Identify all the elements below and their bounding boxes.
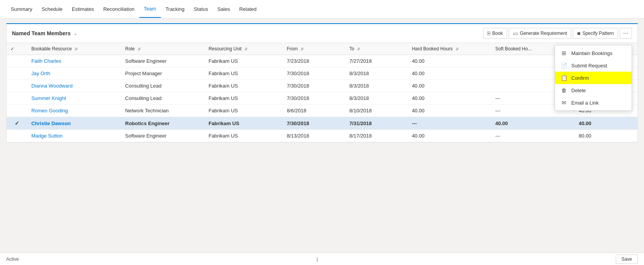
row-hard-0: 40.00 bbox=[408, 55, 492, 67]
resource-link-6[interactable]: Madge Sutton bbox=[31, 133, 63, 139]
resource-link-0[interactable]: Faith Charles bbox=[31, 58, 61, 64]
row-role-3: Consulting Lead bbox=[121, 92, 205, 105]
more-wrapper: ⋯ ⊞Maintain Bookings📄Submit Request📋Conf… bbox=[620, 28, 632, 39]
table-row[interactable]: Faith CharlesSoftware EngineerFabrikam U… bbox=[7, 55, 637, 67]
menu-item-maintain-bookings[interactable]: ⊞Maintain Bookings bbox=[555, 47, 632, 59]
row-hard-5: --- bbox=[408, 117, 492, 130]
select-all-header[interactable]: ✓ bbox=[7, 43, 27, 55]
menu-item-confirm[interactable]: 📋Confirm bbox=[555, 72, 632, 84]
chevron-down-icon[interactable]: ⌄ bbox=[73, 31, 77, 36]
menu-item-label-3: Delete bbox=[571, 88, 586, 93]
th-hard-booked-hours: Hard Booked Hours ⇵ bbox=[408, 43, 492, 55]
resource-link-5[interactable]: Christie Dawson bbox=[31, 120, 71, 126]
table-row[interactable]: Jay OrthProject ManagerFabrikam US7/30/2… bbox=[7, 67, 637, 80]
row-unit-6: Fabrikam US bbox=[205, 130, 283, 142]
resource-link-4[interactable]: Romeo Gooding bbox=[31, 108, 68, 114]
menu-item-label-2: Confirm bbox=[571, 75, 589, 81]
row-role-5: Robotics Engineer bbox=[121, 117, 205, 130]
row-resource-1: Jay Orth bbox=[27, 67, 121, 80]
nav-item-tracking[interactable]: Tracking bbox=[161, 1, 189, 17]
menu-icon-0: ⊞ bbox=[560, 50, 567, 56]
row-soft-6: --- bbox=[492, 130, 575, 142]
row-unit-2: Fabrikam US bbox=[205, 80, 283, 92]
row-from-5: 7/30/2018 bbox=[283, 117, 345, 130]
nav-item-summary[interactable]: Summary bbox=[6, 1, 37, 17]
table-body: Faith CharlesSoftware EngineerFabrikam U… bbox=[7, 55, 637, 142]
specify-pattern-button[interactable]: ■ Specify Pattern bbox=[573, 28, 618, 39]
row-hard-2: 40.00 bbox=[408, 80, 492, 92]
row-role-0: Software Engineer bbox=[121, 55, 205, 67]
nav-item-related[interactable]: Related bbox=[234, 1, 261, 17]
table-row[interactable]: Summer KnightConsulting LeadFabrikam US7… bbox=[7, 92, 637, 105]
top-navigation: SummaryScheduleEstimatesReconciliationTe… bbox=[0, 0, 644, 19]
menu-item-label-1: Submit Request bbox=[571, 63, 607, 69]
row-check-4[interactable] bbox=[7, 105, 27, 117]
menu-icon-1: 📄 bbox=[560, 62, 567, 69]
check-mark: ✓ bbox=[15, 120, 19, 126]
table-row[interactable]: Romeo GoodingNetwork TechnicianFabrikam … bbox=[7, 105, 637, 117]
menu-icon-2: 📋 bbox=[560, 75, 567, 81]
menu-item-delete[interactable]: 🗑Delete bbox=[555, 84, 632, 96]
row-hard-3: 40.00 bbox=[408, 92, 492, 105]
nav-item-status[interactable]: Status bbox=[189, 1, 213, 17]
nav-item-sales[interactable]: Sales bbox=[213, 1, 235, 17]
sort-hard-icon[interactable]: ⇵ bbox=[456, 47, 459, 51]
menu-item-label-0: Maintain Bookings bbox=[571, 50, 612, 56]
row-soft-5: 40.00 bbox=[492, 117, 575, 130]
row-role-2: Consulting Lead bbox=[121, 80, 205, 92]
row-extra-6: 80.00 bbox=[575, 130, 637, 142]
book-icon: ⎘ bbox=[487, 30, 490, 36]
row-hard-4: 40.00 bbox=[408, 105, 492, 117]
row-check-0[interactable] bbox=[7, 55, 27, 67]
row-resource-4: Romeo Gooding bbox=[27, 105, 121, 117]
row-to-4: 8/10/2018 bbox=[345, 105, 408, 117]
resource-link-2[interactable]: Dianna Woodward bbox=[31, 83, 73, 89]
row-role-6: Software Engineer bbox=[121, 130, 205, 142]
row-check-3[interactable] bbox=[7, 92, 27, 105]
sort-role-icon[interactable]: ⇵ bbox=[138, 47, 141, 51]
save-button[interactable]: Save bbox=[616, 255, 638, 264]
book-button[interactable]: ⎘ Book bbox=[483, 28, 507, 39]
sort-unit-icon[interactable]: ⇵ bbox=[244, 47, 248, 51]
menu-item-email-a-link[interactable]: ✉Email a Link bbox=[555, 96, 632, 109]
header-row: ✓ Bookable Resource ⇵ Role ⇵ Resourcing … bbox=[7, 43, 637, 55]
row-extra-5: 40.00 bbox=[575, 117, 637, 130]
row-check-2[interactable] bbox=[7, 80, 27, 92]
select-all-checkbox[interactable]: ✓ bbox=[10, 46, 14, 52]
resource-link-1[interactable]: Jay Orth bbox=[31, 71, 50, 76]
th-role: Role ⇵ bbox=[121, 43, 205, 55]
row-resource-3: Summer Knight bbox=[27, 92, 121, 105]
footer: Active | Save bbox=[0, 253, 644, 265]
row-resource-5: Christie Dawson bbox=[27, 117, 121, 130]
row-role-1: Project Manager bbox=[121, 67, 205, 80]
row-unit-0: Fabrikam US bbox=[205, 55, 283, 67]
sort-to-icon[interactable]: ⇵ bbox=[357, 47, 360, 51]
row-resource-0: Faith Charles bbox=[27, 55, 121, 67]
table-row[interactable]: ✓Christie DawsonRobotics EngineerFabrika… bbox=[7, 117, 637, 130]
nav-item-schedule[interactable]: Schedule bbox=[37, 1, 67, 17]
menu-item-submit-request[interactable]: 📄Submit Request bbox=[555, 59, 632, 72]
generate-requirement-button[interactable]: ▭ Generate Requirement bbox=[509, 28, 571, 39]
sort-from-icon[interactable]: ⇵ bbox=[301, 47, 304, 51]
row-check-6[interactable] bbox=[7, 130, 27, 142]
row-check-5[interactable]: ✓ bbox=[7, 117, 27, 130]
nav-item-estimates[interactable]: Estimates bbox=[67, 1, 99, 17]
team-members-table: ✓ Bookable Resource ⇵ Role ⇵ Resourcing … bbox=[7, 43, 637, 142]
table-wrapper: ✓ Bookable Resource ⇵ Role ⇵ Resourcing … bbox=[7, 43, 637, 142]
row-role-4: Network Technician bbox=[121, 105, 205, 117]
row-from-3: 7/30/2018 bbox=[283, 92, 345, 105]
row-check-1[interactable] bbox=[7, 67, 27, 80]
named-team-members-panel: Named Team Members ⌄ ⎘ Book ▭ Generate R… bbox=[6, 23, 638, 143]
table-row[interactable]: Dianna WoodwardConsulting LeadFabrikam U… bbox=[7, 80, 637, 92]
nav-item-reconciliation[interactable]: Reconciliation bbox=[99, 1, 139, 17]
row-unit-4: Fabrikam US bbox=[205, 105, 283, 117]
nav-item-team[interactable]: Team bbox=[139, 0, 161, 18]
row-to-5: 7/31/2018 bbox=[345, 117, 408, 130]
table-header: ✓ Bookable Resource ⇵ Role ⇵ Resourcing … bbox=[7, 43, 637, 55]
panel-title: Named Team Members bbox=[12, 30, 70, 36]
more-options-button[interactable]: ⋯ bbox=[620, 28, 632, 39]
resource-link-3[interactable]: Summer Knight bbox=[31, 95, 66, 101]
table-row[interactable]: Madge SuttonSoftware EngineerFabrikam US… bbox=[7, 130, 637, 142]
sort-resource-icon[interactable]: ⇵ bbox=[75, 47, 78, 51]
status-badge: Active bbox=[6, 256, 19, 262]
